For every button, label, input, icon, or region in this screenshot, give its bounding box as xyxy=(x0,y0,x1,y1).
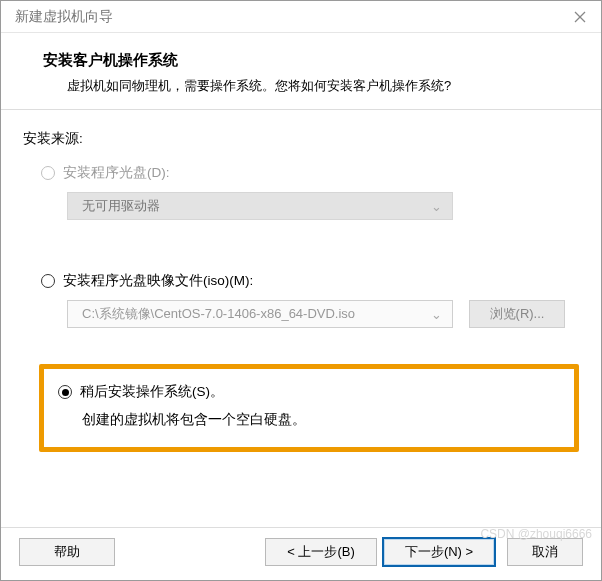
radio-later-label: 稍后安装操作系统(S)。 xyxy=(80,383,224,401)
later-note: 创建的虚拟机将包含一个空白硬盘。 xyxy=(58,411,534,429)
radio-iso-label: 安装程序光盘映像文件(iso)(M): xyxy=(63,272,253,290)
option-group: 安装程序光盘(D): 无可用驱动器 ⌄ 安装程序光盘映像文件(iso)(M): … xyxy=(23,164,579,452)
chevron-down-icon: ⌄ xyxy=(431,199,442,214)
cancel-button[interactable]: 取消 xyxy=(507,538,583,566)
radio-option-later[interactable]: 稍后安装操作系统(S)。 xyxy=(58,383,534,401)
wizard-header: 安装客户机操作系统 虚拟机如同物理机，需要操作系统。您将如何安装客户机操作系统? xyxy=(1,33,601,110)
radio-option-iso[interactable]: 安装程序光盘映像文件(iso)(M): xyxy=(41,272,579,290)
source-label: 安装来源: xyxy=(23,130,579,148)
radio-iso-icon xyxy=(41,274,55,288)
page-subtitle: 虚拟机如同物理机，需要操作系统。您将如何安装客户机操作系统? xyxy=(43,77,577,95)
close-button[interactable] xyxy=(567,4,593,30)
cancel-label: 取消 xyxy=(532,543,558,561)
highlight-install-later: 稍后安装操作系统(S)。 创建的虚拟机将包含一个空白硬盘。 xyxy=(39,364,579,452)
help-button[interactable]: 帮助 xyxy=(19,538,115,566)
page-title: 安装客户机操作系统 xyxy=(43,51,577,70)
wizard-window: 新建虚拟机向导 安装客户机操作系统 虚拟机如同物理机，需要操作系统。您将如何安装… xyxy=(0,0,602,581)
radio-disc-icon xyxy=(41,166,55,180)
radio-later-icon xyxy=(58,385,72,399)
close-icon xyxy=(574,11,586,23)
back-button[interactable]: < 上一步(B) xyxy=(265,538,377,566)
radio-disc-label: 安装程序光盘(D): xyxy=(63,164,170,182)
disc-drive-value: 无可用驱动器 xyxy=(82,197,160,215)
help-label: 帮助 xyxy=(54,543,80,561)
browse-button: 浏览(R)... xyxy=(469,300,565,328)
next-button[interactable]: 下一步(N) > xyxy=(383,538,495,566)
content-area: 安装来源: 安装程序光盘(D): 无可用驱动器 ⌄ 安装程序光盘映像文件(iso… xyxy=(1,110,601,527)
footer: 帮助 < 上一步(B) 下一步(N) > 取消 xyxy=(1,527,601,580)
next-label: 下一步(N) > xyxy=(405,543,473,561)
iso-path-value: C:\系统镜像\CentOS-7.0-1406-x86_64-DVD.iso xyxy=(82,305,355,323)
iso-path-combo: C:\系统镜像\CentOS-7.0-1406-x86_64-DVD.iso ⌄ xyxy=(67,300,453,328)
titlebar: 新建虚拟机向导 xyxy=(1,1,601,33)
window-title: 新建虚拟机向导 xyxy=(15,8,113,26)
browse-label: 浏览(R)... xyxy=(490,305,545,323)
chevron-down-icon: ⌄ xyxy=(431,307,442,322)
iso-file-row: C:\系统镜像\CentOS-7.0-1406-x86_64-DVD.iso ⌄… xyxy=(41,300,579,328)
back-label: < 上一步(B) xyxy=(287,543,355,561)
radio-option-disc: 安装程序光盘(D): xyxy=(41,164,579,182)
disc-drive-combo: 无可用驱动器 ⌄ xyxy=(67,192,453,220)
